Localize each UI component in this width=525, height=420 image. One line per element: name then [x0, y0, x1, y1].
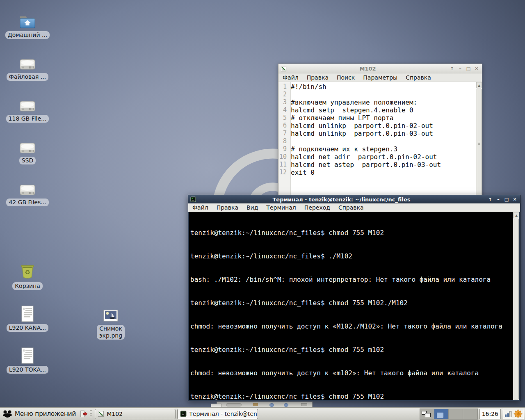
code-line: 4halcmd setp stepgen.4.enable 0 [278, 106, 476, 114]
menu-help[interactable]: Справка [334, 203, 368, 212]
desktop-icon-42gb[interactable]: 42 GB Files... [5, 178, 50, 206]
menu-edit[interactable]: Правка [212, 203, 242, 212]
clock-time: 16:26 [482, 411, 498, 417]
taskbar-button-label: M102 [107, 411, 123, 417]
terminal-scrollbar[interactable]: ▲ [513, 212, 519, 400]
drive-icon [5, 94, 50, 113]
menu-help[interactable]: Справка [402, 73, 435, 82]
code-line: 2 [278, 91, 476, 98]
taskbar-button-editor[interactable]: M102 [95, 409, 176, 419]
code-line: 9# подключаем их к stepgen.3 [278, 145, 476, 153]
terminal-line: tenzik@tenzik:~/linuxcnc/nc_files$ chmod… [190, 346, 512, 354]
menu-file[interactable]: Файл [278, 73, 303, 82]
editor-scrollbar[interactable]: ▲ [476, 82, 482, 199]
terminal-app-icon [180, 411, 187, 417]
monitor-bars-icon[interactable] [504, 410, 512, 418]
maximize-button[interactable]: □ [504, 197, 509, 202]
desktop-icon-label: Корзина [12, 282, 43, 290]
close-button[interactable]: ✕ [474, 66, 479, 71]
maximize-button[interactable]: □ [466, 66, 471, 71]
panel-grip[interactable] [90, 410, 92, 418]
desktop-icon-screenshot[interactable]: Снимок экр.png [88, 304, 133, 340]
desktop-icon-home[interactable]: Домашний ... [5, 11, 50, 39]
terminal-line: tenzik@tenzik:~/linuxcnc/nc_files$ chmod… [190, 229, 512, 237]
terminal-titlebar[interactable]: Терминал - tenzik@tenzik: ~/linuxcnc/nc_… [188, 195, 520, 203]
editor-window-title: M102 [289, 66, 447, 72]
workspace-switcher [420, 409, 478, 420]
desktop-icon-filesystem[interactable]: Файловая ... [5, 52, 50, 81]
workspace-4[interactable] [463, 409, 477, 419]
editor-titlebar[interactable]: M102 ↑ – □ ✕ [278, 64, 482, 73]
code-line: 3#включаем управление положением: [278, 98, 476, 106]
terminal-menubar: Файл Правка Вид Терминал Переход Справка [188, 203, 520, 212]
terminal-app-icon [188, 196, 198, 202]
terminal-line: tenzik@tenzik:~/linuxcnc/nc_files$ ./M10… [190, 252, 512, 260]
editor-text-area[interactable]: 1#!/bin/sh 2 3#включаем управление полож… [278, 82, 476, 199]
menu-go[interactable]: Переход [300, 203, 334, 212]
drive-icon [5, 52, 50, 71]
workspace-2-active[interactable] [434, 409, 449, 419]
workspace-1[interactable] [420, 409, 434, 419]
scroll-up-icon[interactable]: ▲ [476, 82, 482, 88]
logout-icon [80, 410, 88, 418]
logout-button[interactable] [78, 409, 89, 419]
desktop-icon-trash[interactable]: ♻ Корзина [5, 262, 50, 290]
menu-terminal[interactable]: Терминал [262, 203, 300, 212]
code-line: 6halcmd unlinkp parport.0.pin-02-out [278, 122, 476, 130]
code-line: 1#!/bin/sh [278, 83, 476, 91]
terminal-line: chmod: невозможно получить доступ к «m10… [190, 369, 512, 377]
desktop-icon-label: L920 KANA... [7, 324, 49, 332]
background-window-sliver [217, 402, 313, 407]
editor-menubar: Файл Правка Поиск Параметры Справка [278, 73, 482, 82]
document-icon [5, 345, 50, 364]
desktop-icon-label: L920 TOKA... [7, 366, 48, 374]
taskbar: Меню приложений M102 [0, 407, 525, 420]
menu-edit[interactable]: Правка [303, 73, 333, 82]
shade-button[interactable]: ↑ [449, 66, 455, 71]
scroll-up-icon[interactable]: ▲ [514, 212, 519, 218]
code-line: 11halcmd net astep parport.0.pin-03-out [278, 161, 476, 169]
desktop-icon-l920-kana[interactable]: L920 KANA... [5, 304, 50, 332]
close-button[interactable]: ✕ [512, 197, 518, 202]
taskbar-button-label: Терминал - tenzik@ten... [189, 411, 258, 417]
background-window-corner [211, 404, 221, 407]
applications-menu-button[interactable]: Меню приложений [0, 408, 78, 420]
desktop-icon-118gb[interactable]: 118 GB File... [5, 94, 50, 123]
drive-icon [5, 178, 50, 197]
taskbar-button-terminal[interactable]: Терминал - tenzik@ten... [177, 409, 258, 419]
shade-button[interactable]: ↑ [487, 197, 493, 202]
terminal-screen[interactable]: tenzik@tenzik:~/linuxcnc/nc_files$ chmod… [189, 212, 513, 400]
desktop-icon-ssd[interactable]: SSD [5, 136, 50, 164]
menu-options[interactable]: Параметры [359, 73, 402, 82]
code-line: 5# отключаем пины LPT порта [278, 114, 476, 122]
mousepad-app-icon [98, 411, 104, 417]
desktop-icon-label: Домашний ... [5, 31, 50, 39]
minimize-button[interactable]: – [457, 66, 463, 71]
minimize-button[interactable]: – [495, 197, 501, 202]
menu-view[interactable]: Вид [242, 203, 262, 212]
code-line: 8 [278, 137, 476, 145]
update-notifier-icon[interactable] [514, 409, 523, 418]
xfce-mouse-icon [2, 409, 12, 418]
scrollbar-thumb[interactable] [477, 89, 482, 198]
document-icon [5, 304, 50, 322]
clock[interactable]: 16:26 [479, 409, 501, 419]
desktop-icon-label: Снимок экр.png [97, 325, 125, 340]
code-line: 12exit 0 [278, 169, 476, 176]
terminal-line: tenzik@tenzik:~/linuxcnc/nc_files$ chmod… [190, 299, 512, 307]
desktop: Домашний ... Файловая ... 118 GB File... [0, 0, 525, 420]
desktop-icon-l920-toka[interactable]: L920 TOKA... [5, 345, 50, 374]
trash-icon: ♻ [5, 262, 50, 281]
menu-search[interactable]: Поиск [333, 73, 359, 82]
menu-file[interactable]: Файл [188, 203, 212, 212]
workspace-3[interactable] [449, 409, 463, 419]
code-line: 10halcmd net adir parport.0.pin-02-out [278, 153, 476, 161]
terminal-line: bash: ./M102: /bin/sh^M: плохой интерпре… [190, 276, 512, 283]
desktop-icon-label: 42 GB Files... [6, 199, 48, 206]
terminal-line: chmod: невозможно получить доступ к «M10… [190, 322, 512, 330]
applications-menu-label: Меню приложений [15, 410, 76, 418]
drive-icon [5, 136, 50, 155]
image-icon [88, 304, 133, 323]
terminal-window: Терминал - tenzik@tenzik: ~/linuxcnc/nc_… [188, 195, 520, 401]
scrollbar-thumb[interactable] [514, 219, 519, 399]
